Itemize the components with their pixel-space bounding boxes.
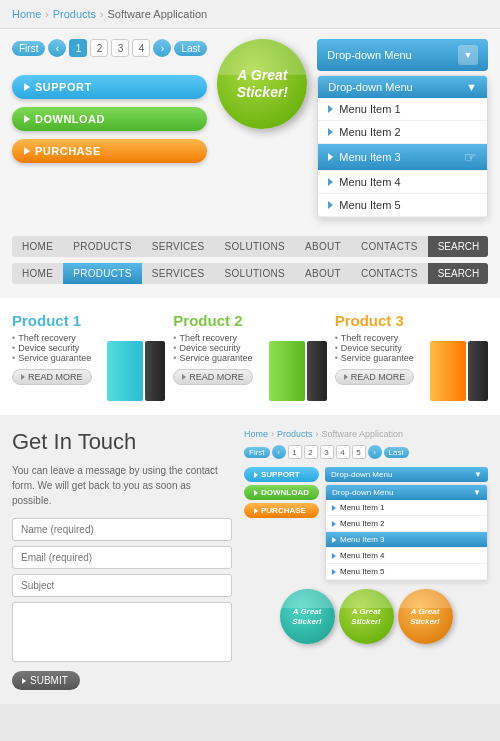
contact-message-textarea[interactable] [12, 602, 232, 662]
page-2[interactable]: 2 [90, 39, 108, 57]
cursor-icon: ☞ [464, 149, 477, 165]
mini-page-3[interactable]: 3 [320, 445, 334, 459]
nav2-solutions[interactable]: SOLUTIONS [215, 263, 296, 284]
breadcrumb-products[interactable]: Products [53, 8, 96, 20]
product-2-feature-1: Theft recovery [173, 333, 262, 343]
submit-button[interactable]: SUBMIT [12, 671, 80, 690]
item-arrow-icon-1 [328, 105, 333, 113]
prev-arrow[interactable]: ‹ [48, 39, 66, 57]
nav-section: HOME PRODUCTS SERVICES SOLUTIONS ABOUT C… [0, 228, 500, 298]
first-button[interactable]: First [12, 41, 45, 56]
product-3-box-orange [430, 341, 466, 401]
read-more-triangle-1 [21, 374, 25, 380]
mini-download-button[interactable]: DOWNLOAD [244, 485, 319, 500]
mini-dropdown-panel: Drop-down Menu ▼ Menu Item 1 Menu Item 2… [325, 484, 488, 581]
breadcrumb-sep-1: › [45, 9, 48, 20]
dropdown-item-4[interactable]: Menu Item 4 [318, 171, 487, 194]
dropdown-item-label-2: Menu Item 2 [339, 126, 400, 138]
breadcrumb-home[interactable]: Home [12, 8, 41, 20]
mini-dropdown-label: Drop-down Menu [331, 470, 392, 479]
mini-sticker-teal: A GreatSticker! [280, 589, 335, 644]
last-button[interactable]: Last [174, 41, 207, 56]
mini-dropdown-item-1[interactable]: Menu Item 1 [326, 500, 487, 516]
support-button[interactable]: SUPPORT [12, 75, 207, 99]
product-1-read-more[interactable]: READ MORE [12, 369, 92, 385]
mini-page-5[interactable]: 5 [352, 445, 366, 459]
contact-description: You can leave a message by using the con… [12, 463, 232, 508]
download-label: DOWNLOAD [35, 113, 105, 125]
mini-dropdown-item-3[interactable]: Menu Item 3 [326, 532, 487, 548]
page-1[interactable]: 1 [69, 39, 87, 57]
nav2-products[interactable]: PRODUCTS [63, 263, 142, 284]
mini-buttons-col: SUPPORT DOWNLOAD PURCHASE [244, 467, 319, 581]
page-3[interactable]: 3 [111, 39, 129, 57]
mini-item-arrow-3 [332, 537, 336, 543]
dropdown-item-label-1: Menu Item 1 [339, 103, 400, 115]
product-2-feature-2: Device security [173, 343, 262, 353]
dropdown-item-5[interactable]: Menu Item 5 [318, 194, 487, 217]
mini-next-arrow[interactable]: › [368, 445, 382, 459]
mini-page-1[interactable]: 1 [288, 445, 302, 459]
mini-sticker-green: A GreatSticker! [339, 589, 394, 644]
product-2-info: Theft recovery Device security Service g… [173, 333, 262, 385]
product-2-body: Theft recovery Device security Service g… [173, 333, 326, 401]
mini-last-btn[interactable]: Last [384, 447, 409, 458]
mini-page-4[interactable]: 4 [336, 445, 350, 459]
item-arrow-icon-5 [328, 201, 333, 209]
mini-prev-arrow[interactable]: ‹ [272, 445, 286, 459]
nav1-home[interactable]: HOME [12, 236, 63, 257]
mini-purchase-button[interactable]: PURCHASE [244, 503, 319, 518]
product-2-title: Product 2 [173, 312, 326, 329]
product-card-2: Product 2 Theft recovery Device security… [173, 312, 326, 401]
nav1-services[interactable]: SERVICES [142, 236, 215, 257]
product-3-read-more[interactable]: READ MORE [335, 369, 415, 385]
dropdown-item-2[interactable]: Menu Item 2 [318, 121, 487, 144]
product-1-box [107, 341, 165, 401]
nav2-about[interactable]: ABOUT [295, 263, 351, 284]
nav-bar-2: HOME PRODUCTS SERVICES SOLUTIONS ABOUT C… [12, 263, 488, 284]
nav2-home[interactable]: HOME [12, 263, 63, 284]
mini-support-button[interactable]: SUPPORT [244, 467, 319, 482]
pagination: First ‹ 1 2 3 4 › Last [12, 39, 207, 57]
nav1-contacts[interactable]: CONTACTS [351, 236, 428, 257]
dropdown-area: Drop-down Menu ▼ Drop-down Menu ▼ Menu I… [317, 39, 488, 218]
nav-bar-1: HOME PRODUCTS SERVICES SOLUTIONS ABOUT C… [12, 236, 488, 257]
nav1-about[interactable]: ABOUT [295, 236, 351, 257]
mini-bc-home[interactable]: Home [244, 429, 268, 439]
dropdown-main-trigger[interactable]: Drop-down Menu ▼ [317, 39, 488, 71]
page-4[interactable]: 4 [132, 39, 150, 57]
nav1-solutions[interactable]: SOLUTIONS [215, 236, 296, 257]
mini-dropdown-item-5[interactable]: Menu Item 5 [326, 564, 487, 580]
purchase-button[interactable]: PURCHASE [12, 139, 207, 163]
mini-dropdown-trigger[interactable]: Drop-down Menu ▼ [325, 467, 488, 482]
product-3-feature-1: Theft recovery [335, 333, 424, 343]
mini-dropdown-header: Drop-down Menu ▼ [326, 485, 487, 500]
contact-email-input[interactable] [12, 546, 232, 569]
product-3-box-dark [468, 341, 488, 401]
mini-dropdown-item-label-5: Menu Item 5 [340, 567, 384, 576]
product-2-read-more[interactable]: READ MORE [173, 369, 253, 385]
contact-name-input[interactable] [12, 518, 232, 541]
product-3-box [430, 341, 488, 401]
dropdown-item-3[interactable]: Menu Item 3 ☞ [318, 144, 487, 171]
nav2-contacts[interactable]: CONTACTS [351, 263, 428, 284]
submit-triangle-icon [22, 678, 26, 684]
mini-bc-products[interactable]: Products [277, 429, 313, 439]
item-arrow-icon-3 [328, 153, 333, 161]
download-button[interactable]: DOWNLOAD [12, 107, 207, 131]
mini-first-btn[interactable]: First [244, 447, 270, 458]
next-arrow[interactable]: › [153, 39, 171, 57]
nav2-services[interactable]: SERVICES [142, 263, 215, 284]
nav1-search[interactable]: SEARCH [428, 236, 488, 257]
product-3-feature-3: Service guarantee [335, 353, 424, 363]
nav2-search[interactable]: SEARCH [428, 263, 488, 284]
mini-page-2[interactable]: 2 [304, 445, 318, 459]
mini-dropdown-item-2[interactable]: Menu Item 2 [326, 516, 487, 532]
top-section: First ‹ 1 2 3 4 › Last SUPPORT DOWNLOAD … [0, 29, 500, 228]
nav1-products[interactable]: PRODUCTS [63, 236, 142, 257]
mini-dropdown-item-4[interactable]: Menu Item 4 [326, 548, 487, 564]
mini-sticker-orange: A GreatSticker! [398, 589, 453, 644]
contact-subject-input[interactable] [12, 574, 232, 597]
mini-dropdown-header-arrow: ▼ [473, 488, 481, 497]
dropdown-item-1[interactable]: Menu Item 1 [318, 98, 487, 121]
